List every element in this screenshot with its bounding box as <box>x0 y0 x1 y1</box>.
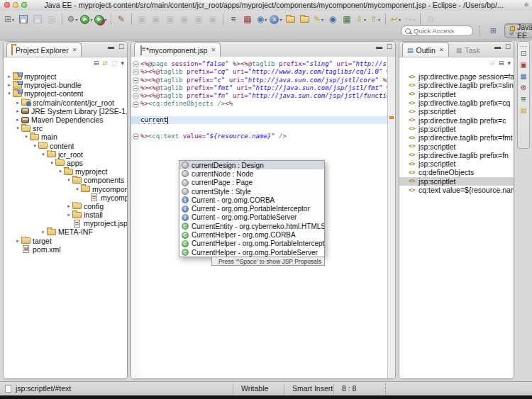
code-line[interactable]: %><%@taglib prefix="fn" uri="http://java… <box>140 92 388 100</box>
assist-proposal[interactable]: ICurrent - org.omg.PortableServer <box>179 213 324 222</box>
assist-proposal[interactable]: currentDesign : Design <box>179 161 324 169</box>
tree-item[interactable]: ▾apps <box>4 159 127 167</box>
tree-expander-icon[interactable]: ▸ <box>65 203 72 209</box>
servers-view-icon[interactable]: ⚙ <box>519 82 528 92</box>
code-line[interactable]: %><%@taglib prefix="fmt" uri="http://jav… <box>140 84 388 92</box>
run-icon[interactable]: ▶▾ <box>80 13 93 26</box>
external-tools-icon[interactable]: ▶▾ <box>94 13 107 26</box>
outline-item[interactable]: <>jsp:scriptlet <box>399 90 514 99</box>
assist-proposal[interactable]: currentPage : Page <box>179 179 324 187</box>
tree-item[interactable]: ▸META-INF <box>4 227 127 236</box>
tree-expander-icon[interactable]: ▸ <box>6 82 13 88</box>
tree-expander-icon[interactable]: ▾ <box>48 160 55 166</box>
outline-item[interactable]: <>jsp:scriptlet <box>399 125 514 133</box>
code-area[interactable]: <%@page session="false" %><%@taglib pref… <box>140 60 388 140</box>
outline-item[interactable]: <>jsp:directive.taglib prefix=sling <box>399 81 514 89</box>
debug-icon[interactable]: ⚙▾ <box>66 13 79 26</box>
code-line[interactable]: %><cq:defineObjects /><% <box>140 100 388 108</box>
assist-proposal[interactable]: ICurrent - org.omg.PortableInterceptor <box>179 204 324 213</box>
tree-expander-icon[interactable]: ▾ <box>40 152 47 157</box>
tree-expander-icon[interactable]: ▾ <box>23 134 30 140</box>
tree-expander-icon[interactable]: ▸ <box>14 117 21 123</box>
fold-collapse-icon[interactable] <box>133 77 139 84</box>
tree-item[interactable]: ▾myproject-content <box>4 89 127 98</box>
browser-icon[interactable]: ◉ <box>326 13 339 26</box>
tree-expander-icon[interactable]: ▾ <box>57 169 64 174</box>
assist-proposal[interactable]: currentStyle : Style <box>179 187 324 196</box>
tree-expander-icon[interactable]: ▸ <box>40 229 47 235</box>
strip-grip[interactable] <box>520 43 527 47</box>
assist-proposal[interactable]: CCurrentHelper - org.omg.PortableServer <box>179 248 324 257</box>
close-icon[interactable]: ✕ <box>439 47 444 53</box>
open-folder-icon[interactable] <box>284 13 297 26</box>
collapse-all-icon[interactable]: ⊟ <box>94 60 99 67</box>
save-icon[interactable] <box>17 13 30 26</box>
assist-proposal[interactable]: ICurrent - org.omg.CORBA <box>179 196 324 204</box>
outline-item[interactable]: <>jsp:directive.taglib prefix=fn <box>399 151 514 159</box>
code-line[interactable] <box>140 108 388 116</box>
open-perspective-button[interactable]: ⊞ <box>487 24 502 38</box>
previous-annotation-icon[interactable]: ⇧▾ <box>369 13 382 26</box>
spelling-annotation-marker[interactable] <box>389 116 394 119</box>
maximize-view-button[interactable]: ☐ <box>118 44 124 50</box>
new-wizard-icon[interactable]: ⊞▾ <box>3 13 16 26</box>
outline-item[interactable]: <>jsp:scriptlet <box>399 177 514 186</box>
outline-item[interactable]: <>jsp:scriptlet <box>399 107 514 116</box>
tree-item[interactable]: ▾jcr_root <box>4 150 127 159</box>
maximize-view-button[interactable]: ☐ <box>505 44 511 50</box>
outline-item[interactable]: <>jsp:scriptlet <box>399 159 514 168</box>
tree-item[interactable]: ▸src/main/content/jcr_root <box>4 99 127 107</box>
properties-view-icon[interactable]: ▦ <box>519 71 528 81</box>
fold-collapse-icon[interactable] <box>133 93 139 99</box>
assist-proposal[interactable]: CCurrentHelper - org.omg.CORBA <box>179 230 324 239</box>
perspective-java-ee-button[interactable]: Java EE <box>504 23 532 38</box>
maximize-view-button[interactable]: ☐ <box>387 44 392 50</box>
outline-item[interactable]: <>jsp:directive.page session=false <box>399 72 514 81</box>
back-icon[interactable]: ↩▾ <box>389 13 402 26</box>
snippets-view-icon[interactable]: ▤ <box>519 105 528 115</box>
tree-item[interactable]: ▸install <box>4 210 127 219</box>
collapse-all-icon[interactable]: ⊟ <box>499 60 504 67</box>
code-line[interactable]: %><%@taglib prefix="c" uri="http://java.… <box>140 77 388 84</box>
outline-item[interactable]: <>cq:defineObjects <box>399 168 514 176</box>
code-line[interactable]: %><cq:text value="${resource.name}" /> <box>140 133 388 140</box>
tree-item[interactable]: mycomponent.jsp <box>4 193 127 202</box>
tab-project-explorer[interactable]: Project Explorer ✕ <box>6 43 82 57</box>
tree-expander-icon[interactable]: ▾ <box>14 125 21 131</box>
open-task-icon[interactable]: ▦ <box>241 13 254 26</box>
minimize-view-button[interactable]: ▬ <box>108 44 114 50</box>
zoom-window-button[interactable] <box>21 2 27 8</box>
sync-table-icon[interactable]: ▦ <box>340 13 353 26</box>
tree-expander-icon[interactable]: ▸ <box>14 100 21 106</box>
tab-mycomponent-jsp[interactable]: *mycomponent.jsp ✕ <box>134 43 221 57</box>
current-line[interactable]: current <box>140 116 388 124</box>
outline-item[interactable]: <>jsp:directive.taglib prefix=fmt <box>399 133 514 142</box>
markers-view-icon[interactable]: ▣ <box>519 60 528 69</box>
tree-item[interactable]: pom.xml <box>4 245 127 254</box>
restore-views-icon[interactable]: ⊡ <box>519 48 528 58</box>
quick-access[interactable] <box>401 26 473 36</box>
view-menu-icon[interactable]: ▾ <box>507 60 511 67</box>
search-icon[interactable]: ≡ <box>227 13 240 26</box>
next-annotation-icon[interactable]: ⇩▾ <box>355 13 367 26</box>
tree-expander-icon[interactable]: ▸ <box>14 238 21 244</box>
minimize-view-button[interactable]: ▬ <box>494 44 501 50</box>
tree-item[interactable]: ▾content <box>4 142 127 150</box>
link-with-editor-icon[interactable]: ⇄ <box>102 60 108 67</box>
web-service-wizard-icon[interactable]: S▾ <box>270 13 282 26</box>
tree-item[interactable]: ▾main <box>4 133 127 141</box>
assist-proposal[interactable]: currentNode : Node <box>179 169 324 178</box>
code-line[interactable]: <%@page session="false" %><%@taglib pref… <box>140 60 388 68</box>
tab-outline[interactable]: ▤ Outlin ✕ <box>402 43 449 57</box>
tree-item[interactable]: ▸JRE System Library [J2SE-1.5] <box>4 107 127 116</box>
fold-collapse-icon[interactable] <box>133 133 139 140</box>
outline-item[interactable]: <>jsp:directive.taglib prefix=c <box>399 116 514 124</box>
tree-item[interactable]: ▾components <box>4 176 127 184</box>
tree-item[interactable]: ▸target <box>4 237 127 245</box>
tree-item[interactable]: ▾src <box>4 124 127 133</box>
tree-expander-icon[interactable]: ▸ <box>6 74 13 79</box>
close-icon[interactable]: ✕ <box>72 47 77 53</box>
tree-item[interactable]: ▸Maven Dependencies <box>4 116 127 124</box>
fold-collapse-icon[interactable] <box>133 85 139 91</box>
fold-collapse-icon[interactable] <box>133 61 139 67</box>
